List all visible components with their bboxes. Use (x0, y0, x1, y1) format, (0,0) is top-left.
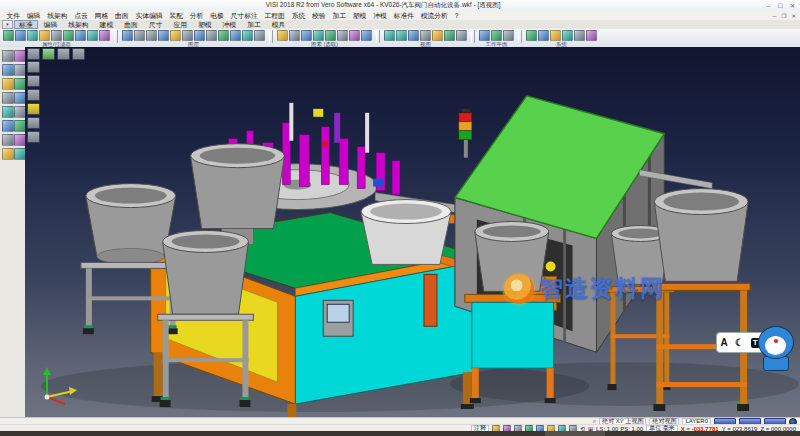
layer-move-icon[interactable] (194, 30, 205, 41)
tab-die[interactable]: 模具 (267, 20, 291, 29)
copy-icon[interactable] (2, 106, 14, 118)
layer-settings-icon[interactable] (242, 30, 253, 41)
menu-machining[interactable]: 加工 (329, 11, 349, 21)
menu-verify[interactable]: 校验 (309, 11, 329, 21)
menu-edit[interactable]: 编辑 (23, 11, 43, 21)
macro-icon[interactable] (562, 30, 573, 41)
zoom-window-icon[interactable] (396, 30, 407, 41)
tab-progress[interactable]: 冲模 (218, 20, 242, 29)
select-face-icon[interactable] (325, 30, 336, 41)
menu-help[interactable]: ? (451, 12, 462, 19)
menu-solid-edit[interactable]: 实体编辑 (132, 11, 166, 21)
menu-wireframe[interactable]: 线架构 (44, 11, 71, 21)
signal-tower[interactable] (459, 109, 472, 158)
zoom-fit-button[interactable] (27, 75, 40, 87)
layer-list-icon[interactable] (182, 30, 193, 41)
layer-copy-icon[interactable] (206, 30, 217, 41)
select-all-icon[interactable] (277, 30, 288, 41)
zoom-all-icon[interactable] (384, 30, 395, 41)
input-method-bar[interactable]: A ☾ T (716, 332, 764, 353)
color-filter-icon[interactable] (3, 30, 14, 41)
menu-analysis[interactable]: 分析 (186, 11, 206, 21)
offset-icon[interactable] (2, 120, 14, 132)
bowl-feeder[interactable] (86, 184, 176, 265)
select-by-type-icon[interactable] (87, 30, 98, 41)
workplane-reset-icon[interactable] (503, 30, 514, 41)
bowl-feeder[interactable] (361, 200, 451, 265)
menu-mould[interactable]: 塑模 (349, 11, 369, 21)
tab-edit[interactable]: 编辑 (39, 20, 63, 29)
mdi-close-button[interactable]: ✕ (791, 13, 796, 19)
tab-machining[interactable]: 加工 (242, 20, 266, 29)
menu-mesh[interactable]: 网格 (91, 11, 111, 21)
layer-show-all-icon[interactable] (230, 30, 241, 41)
layer-off-icon[interactable] (146, 30, 157, 41)
pan-button[interactable] (27, 89, 40, 101)
layer-isolate-icon[interactable] (218, 30, 229, 41)
wireframe-view-icon[interactable] (456, 30, 467, 41)
linetype-filter-icon[interactable] (15, 30, 26, 41)
selection-icon[interactable] (2, 50, 14, 62)
mask-filter-icon[interactable] (51, 30, 62, 41)
menu-pointcloud[interactable]: 点云 (71, 11, 91, 21)
menu-assembly[interactable]: 装配 (166, 11, 186, 21)
menu-surface[interactable]: 曲面 (112, 11, 132, 21)
mdi-restore-button[interactable]: ❐ (781, 13, 786, 19)
workplane-xy-icon[interactable] (479, 30, 490, 41)
bowl-feeder[interactable] (163, 231, 249, 315)
zoom-previous-icon[interactable] (408, 30, 419, 41)
layer-new-icon[interactable] (122, 30, 133, 41)
toolbar-dropdown-button[interactable]: ▾ (2, 20, 13, 29)
viewport-3d[interactable]: 智造资料网 A ☾ T (25, 47, 800, 417)
tab-modeling[interactable]: 建模 (95, 20, 119, 29)
menu-electrode[interactable]: 电极 (207, 11, 227, 21)
trim-icon[interactable] (2, 64, 14, 76)
deselect-icon[interactable] (337, 30, 348, 41)
help-icon[interactable] (574, 30, 585, 41)
section-button[interactable] (27, 117, 40, 129)
entity-filter-icon[interactable] (39, 30, 50, 41)
shaded-view-icon[interactable] (444, 30, 455, 41)
layer-on-icon[interactable] (134, 30, 145, 41)
menu-drawing[interactable]: 工程图 (261, 11, 288, 21)
close-button[interactable]: ✕ (790, 3, 795, 9)
menu-dimension[interactable]: 尺寸标注 (227, 11, 261, 21)
bowl-feeder[interactable] (654, 189, 748, 282)
tab-dimension[interactable]: 尺寸 (144, 20, 168, 29)
tab-application[interactable]: 应用 (168, 20, 192, 29)
view-cube-button[interactable] (27, 48, 40, 60)
menu-file[interactable]: 文件 (3, 11, 23, 21)
fillet-icon[interactable] (2, 134, 14, 146)
workplane-align-icon[interactable] (491, 30, 502, 41)
maximize-button[interactable]: ☐ (778, 3, 783, 9)
tab-mould[interactable]: 塑模 (193, 20, 217, 29)
mdi-minimize-button[interactable]: ─ (773, 13, 777, 19)
top-view-button[interactable] (57, 48, 70, 60)
info-icon[interactable] (586, 30, 597, 41)
layer-manager-icon[interactable] (254, 30, 265, 41)
render-mode-button[interactable] (27, 131, 40, 143)
tab-surface[interactable]: 曲面 (119, 20, 143, 29)
front-view-button[interactable] (72, 48, 85, 60)
menu-standard-parts[interactable]: 标准件 (390, 11, 417, 21)
iso-view-button[interactable] (42, 48, 55, 60)
settings-icon[interactable] (526, 30, 537, 41)
group-icon[interactable] (2, 148, 14, 160)
database-icon[interactable] (538, 30, 549, 41)
ime-moon-icon[interactable]: ☾ (735, 337, 744, 348)
select-by-layer-icon[interactable] (75, 30, 86, 41)
menu-progress[interactable]: 冲模 (370, 11, 390, 21)
menu-system[interactable]: 系统 (288, 11, 308, 21)
selection-info-icon[interactable] (361, 30, 372, 41)
select-chain-icon[interactable] (301, 30, 312, 41)
measure-button[interactable] (27, 103, 40, 115)
doraemon-mascot-image[interactable] (758, 326, 796, 376)
reset-filter-icon[interactable] (99, 30, 110, 41)
select-by-color-icon[interactable] (63, 30, 74, 41)
tab-wireframe[interactable]: 线架构 (63, 20, 93, 29)
calculator-icon[interactable] (550, 30, 561, 41)
rotate-view-icon[interactable] (432, 30, 443, 41)
layer-filter-icon[interactable] (27, 30, 38, 41)
menu-flow-analysis[interactable]: 模流分析 (417, 11, 451, 21)
select-solid-icon[interactable] (313, 30, 324, 41)
